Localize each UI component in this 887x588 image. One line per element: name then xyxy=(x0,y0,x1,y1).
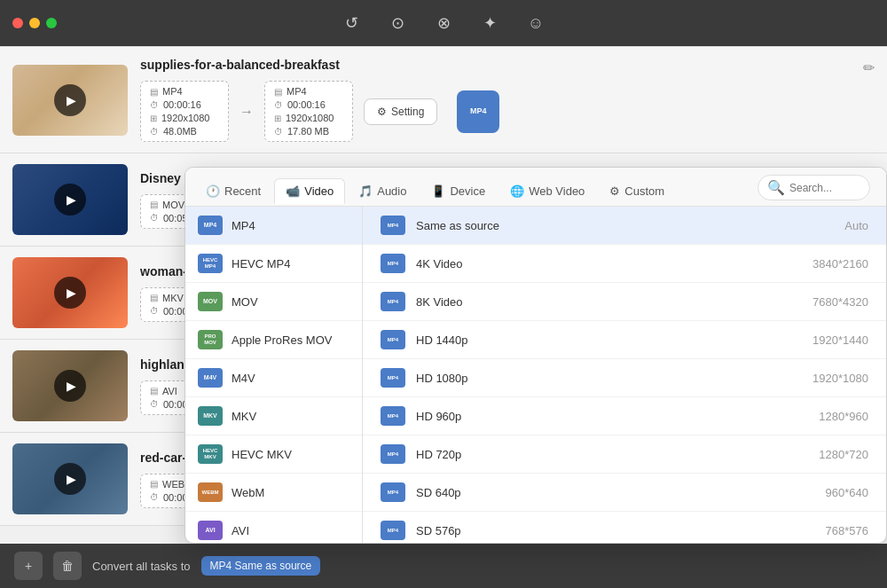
duration-row: ⏱ 00:00:16 xyxy=(150,99,219,110)
play-button[interactable] xyxy=(54,277,86,309)
format-item-webm[interactable]: WEBM WebM xyxy=(185,474,362,512)
play-button[interactable] xyxy=(54,370,86,402)
format-icon: ▤ xyxy=(150,293,158,302)
format-label: MOV xyxy=(232,295,258,309)
format-item-hevc-mp4[interactable]: HEVCMP4 HEVC MP4 xyxy=(185,245,362,283)
convert-format-badge[interactable]: MP4 Same as source xyxy=(201,556,321,576)
sd576-icon: MP4 xyxy=(381,521,405,540)
format-item-mp4[interactable]: MP4 MP4 xyxy=(185,207,362,245)
same-source-icon: MP4 xyxy=(381,216,405,235)
arrow-icon: → xyxy=(239,104,254,120)
resolution-item-hd960p[interactable]: MP4 HD 960p 1280*960 xyxy=(363,397,886,435)
hd720-icon: MP4 xyxy=(381,444,405,464)
format-item-avi[interactable]: AVI AVI xyxy=(185,512,362,543)
format-badge[interactable]: MP4 xyxy=(457,90,499,133)
resolution-item-4k[interactable]: MP4 4K Video 3840*2160 xyxy=(363,245,886,283)
size-row: ⏱ 48.0MB xyxy=(150,126,219,137)
resolution-item-hd720p[interactable]: MP4 HD 720p 1280*720 xyxy=(363,435,886,474)
avi-icon: AVI xyxy=(198,521,223,540)
face-icon[interactable]: ☺ xyxy=(523,11,548,35)
sd640-icon: MP4 xyxy=(381,482,405,502)
tab-video[interactable]: 📹 Video xyxy=(274,178,345,204)
out-clock-icon: ⏱ xyxy=(274,100,283,110)
out-size-icon: ⏱ xyxy=(274,127,283,137)
device-icon: 📱 xyxy=(431,184,445,198)
resolution-item-same[interactable]: MP4 Same as source Auto xyxy=(363,207,886,245)
thumbnail-5[interactable] xyxy=(12,443,128,514)
tab-custom[interactable]: ⚙ Custom xyxy=(598,178,676,203)
hevc-mp4-icon: HEVCMP4 xyxy=(198,254,223,273)
output-meta: ▤ MP4 ⏱ 00:00:16 ⊞ 1920x1080 ⏱ xyxy=(264,81,353,142)
format-value: MOV xyxy=(162,200,184,210)
setting-button[interactable]: ⚙ Setting xyxy=(364,98,437,125)
resolution-name: HD 1440p xyxy=(416,333,802,347)
resolution-name: SD 576p xyxy=(416,524,815,537)
resolution-row: ⊞ 1920x1080 xyxy=(150,113,219,123)
out-format-icon: ▤ xyxy=(274,87,282,97)
search-input[interactable] xyxy=(789,182,860,194)
close-dot[interactable] xyxy=(12,18,23,28)
resolution-name: HD 960p xyxy=(416,410,808,423)
play-button[interactable] xyxy=(54,184,86,216)
delete-button[interactable]: 🗑 xyxy=(53,552,82,580)
format-tabs: 🕐 Recent 📹 Video 🎵 Audio 📱 Device 🌐 Web … xyxy=(185,168,886,207)
4k-icon: MP4 xyxy=(381,254,405,273)
resolution-item-hd1440p[interactable]: MP4 HD 1440p 1920*1440 xyxy=(363,321,886,359)
add-button[interactable]: + xyxy=(14,552,43,580)
format-icon: ▤ xyxy=(150,479,158,489)
resolution-name: HD 1080p xyxy=(416,372,802,385)
resolution-name: SD 640p xyxy=(416,486,815,499)
format-row: ▤ MP4 xyxy=(150,86,219,97)
maximize-dot[interactable] xyxy=(46,18,57,28)
globe-icon[interactable]: ⊗ xyxy=(431,11,456,35)
file-name: supplies-for-a-balanced-breakfast xyxy=(140,58,862,72)
out-format-row: ▤ MP4 xyxy=(274,86,343,97)
thumbnail-2[interactable] xyxy=(12,164,128,235)
format-item-mov[interactable]: MOV MOV xyxy=(185,283,362,321)
resolution-item-hd1080p[interactable]: MP4 HD 1080p 1920*1080 xyxy=(363,359,886,397)
prores-icon: PROMOV xyxy=(198,330,223,349)
badge-label: MP4 xyxy=(470,106,487,116)
tab-audio[interactable]: 🎵 Audio xyxy=(347,178,418,203)
size-icon: ⏱ xyxy=(150,127,159,137)
convert-all-label: Convert all tasks to xyxy=(92,560,191,573)
settings-icon[interactable]: ✦ xyxy=(477,11,502,35)
format-label: HEVC MP4 xyxy=(232,257,290,270)
format-item-hevc-mkv[interactable]: HEVCMKV HEVC MKV xyxy=(185,435,362,474)
format-item-m4v[interactable]: M4V M4V xyxy=(185,359,362,397)
play-button[interactable] xyxy=(54,84,86,116)
edit-icon[interactable]: ✏ xyxy=(863,59,875,76)
format-value: MKV xyxy=(162,293,184,303)
disc-icon[interactable]: ⊙ xyxy=(385,11,410,35)
8k-icon: MP4 xyxy=(381,292,405,311)
tab-recent[interactable]: 🕐 Recent xyxy=(194,178,272,203)
resolution-name: 8K Video xyxy=(416,295,802,309)
main-content: supplies-for-a-balanced-breakfast ▤ MP4 … xyxy=(0,46,887,544)
resolution-item-sd576p[interactable]: MP4 SD 576p 768*576 xyxy=(363,512,886,543)
resolution-value: 1920x1080 xyxy=(161,113,209,123)
titlebar: ↺ ⊙ ⊗ ✦ ☺ xyxy=(0,0,887,46)
out-size-row: ⏱ 17.80 MB xyxy=(274,126,343,137)
resolution-item-8k[interactable]: MP4 8K Video 7680*4320 xyxy=(363,283,886,321)
play-button[interactable] xyxy=(54,463,86,495)
format-item-prores-mov[interactable]: PROMOV Apple ProRes MOV xyxy=(185,321,362,359)
format-item-mkv[interactable]: MKV MKV xyxy=(185,397,362,435)
minimize-dot[interactable] xyxy=(29,18,40,28)
input-meta: ▤ MP4 ⏱ 00:00:16 ⊞ 1920x1080 ⏱ xyxy=(140,81,229,142)
resolution-value: 1280*720 xyxy=(819,448,868,461)
thumbnail-3[interactable] xyxy=(12,257,128,328)
thumbnail-1[interactable] xyxy=(12,65,128,136)
hd960-icon: MP4 xyxy=(381,406,405,426)
thumbnail-4[interactable] xyxy=(12,350,128,421)
resolution-item-sd640p[interactable]: MP4 SD 640p 960*640 xyxy=(363,474,886,512)
tab-device[interactable]: 📱 Device xyxy=(420,178,497,203)
resolution-value: 1920*1440 xyxy=(812,333,868,347)
clock-icon: ⏱ xyxy=(150,492,159,502)
format-label: WebM xyxy=(232,486,264,499)
format-label: Apple ProRes MOV xyxy=(232,333,332,347)
tab-webvideo[interactable]: 🌐 Web Video xyxy=(498,178,596,203)
format-icon: ▤ xyxy=(150,386,158,396)
resolution-value: 768*576 xyxy=(826,524,868,537)
tab-custom-label: Custom xyxy=(624,184,664,198)
convert-icon[interactable]: ↺ xyxy=(339,11,364,35)
